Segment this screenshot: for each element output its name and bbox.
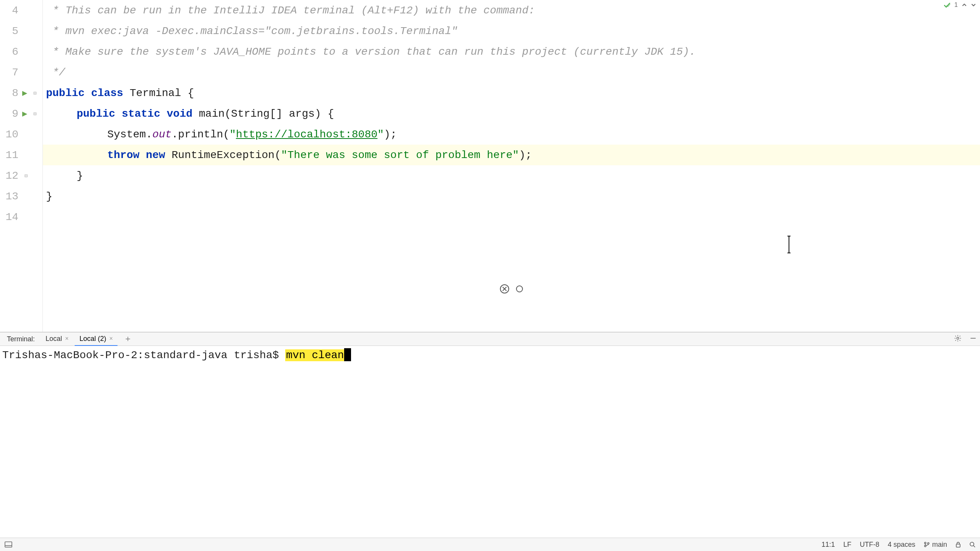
token-plain: } (77, 170, 83, 182)
minimize-icon[interactable] (966, 334, 980, 344)
code-line[interactable]: public class Terminal { (43, 83, 980, 103)
terminal-tab-local-2[interactable]: Local (2) × (75, 332, 117, 346)
close-icon[interactable] (500, 284, 509, 293)
token-plain (115, 108, 122, 120)
token-str: " (377, 129, 384, 140)
line-number: 4 (3, 5, 18, 16)
svg-rect-2 (5, 542, 12, 547)
token-ident: Terminal (130, 87, 181, 99)
chevron-up-icon[interactable] (962, 2, 967, 8)
comment-text: * This can be run in the IntelliJ IDEA t… (46, 5, 535, 16)
code-line[interactable]: * This can be run in the IntelliJ IDEA t… (43, 0, 980, 21)
gutter-line[interactable]: 10 (0, 124, 42, 145)
comment-text: * Make sure the system's JAVA_HOME point… (46, 46, 696, 58)
status-encoding[interactable]: UTF-8 (860, 541, 879, 549)
line-number: 10 (3, 129, 18, 140)
terminal-body[interactable]: Trishas-MacBook-Pro-2:standard-java tris… (0, 346, 980, 538)
line-number: 6 (3, 46, 18, 58)
branch-icon (924, 541, 930, 548)
run-gutter-icon[interactable]: ▶ (22, 109, 27, 119)
gutter-line[interactable]: 4 (0, 0, 42, 21)
terminal-panel: Terminal: Local × Local (2) × ＋ Trishas-… (0, 332, 980, 538)
code-line[interactable]: } (43, 186, 980, 207)
status-line-separator[interactable]: LF (843, 541, 851, 549)
token-plain: { (181, 87, 194, 99)
status-indent[interactable]: 4 spaces (888, 541, 915, 549)
token-kw: new (146, 149, 165, 161)
token-field: out (152, 129, 172, 140)
fold-toggle-icon[interactable]: ⊟ (32, 90, 38, 96)
code-line[interactable]: throw new RuntimeException("There was so… (43, 145, 980, 165)
line-number: 12 (3, 170, 18, 182)
token-kw: void (167, 108, 193, 120)
line-number: 5 (3, 25, 18, 37)
page-dot-icon[interactable] (516, 285, 523, 292)
status-search-icon[interactable] (969, 541, 975, 548)
editor-code[interactable]: * This can be run in the IntelliJ IDEA t… (43, 0, 980, 332)
gutter-line[interactable]: 12⊟ (0, 165, 42, 186)
status-branch-name: main (932, 541, 947, 549)
plus-icon: ＋ (124, 333, 132, 344)
svg-line-9 (973, 546, 975, 547)
token-plain: .println( (172, 129, 229, 140)
fold-toggle-icon[interactable]: ⊟ (23, 173, 29, 179)
gutter-line[interactable]: 14 (0, 207, 42, 227)
close-icon[interactable]: × (65, 335, 69, 342)
code-line[interactable]: */ (43, 62, 980, 83)
terminal-tab-label: Local (2) (79, 335, 106, 343)
token-url: https://localhost:8080 (236, 129, 377, 140)
code-line[interactable] (43, 207, 980, 227)
terminal-toolwindow-title: Terminal: (2, 335, 39, 343)
tool-windows-toggle-icon[interactable] (5, 541, 12, 548)
line-number: 9 (3, 108, 18, 120)
status-caret-position[interactable]: 11:1 (822, 541, 835, 549)
status-git-branch[interactable]: main (924, 541, 947, 549)
code-line[interactable]: * Make sure the system's JAVA_HOME point… (43, 41, 980, 62)
comment-text: */ (46, 67, 65, 78)
token-str: "There was some sort of problem here" (281, 149, 519, 161)
gutter-line[interactable]: 9▶⊟ (0, 103, 42, 124)
token-kw: throw (107, 149, 139, 161)
editor-pane: 45678▶⊟9▶⊟101112⊟1314 * This can be run … (0, 0, 980, 332)
gutter-line[interactable]: 11 (0, 145, 42, 165)
gutter-line[interactable]: 13 (0, 186, 42, 207)
token-plain (193, 108, 199, 120)
add-terminal-tab[interactable]: ＋ (119, 332, 137, 346)
token-plain (123, 87, 130, 99)
status-lock-icon[interactable] (956, 541, 961, 548)
svg-point-5 (924, 545, 926, 547)
line-number: 8 (3, 87, 18, 99)
gutter-line[interactable]: 6 (0, 41, 42, 62)
code-line[interactable]: } (43, 165, 980, 186)
close-icon[interactable]: × (109, 335, 113, 342)
terminal-tab-local[interactable]: Local × (41, 332, 73, 346)
terminal-cursor (344, 348, 351, 361)
code-line[interactable]: System.out.println("https://localhost:80… (43, 124, 980, 145)
svg-point-4 (924, 542, 926, 544)
svg-point-6 (928, 543, 929, 544)
code-line[interactable]: * mvn exec:java -Dexec.mainClass="com.je… (43, 21, 980, 41)
fold-toggle-icon[interactable]: ⊟ (32, 111, 38, 117)
gear-icon[interactable] (951, 334, 965, 344)
text-caret-icon (789, 236, 789, 253)
token-kw: public (77, 108, 115, 120)
code-line[interactable]: public static void main(String[] args) { (43, 103, 980, 124)
token-str: " (230, 129, 236, 140)
token-kw: static (122, 108, 160, 120)
token-plain: ); (384, 129, 397, 140)
line-number: 11 (3, 149, 18, 161)
editor-gutter[interactable]: 45678▶⊟9▶⊟101112⊟1314 (0, 0, 43, 332)
comment-text: * mvn exec:java -Dexec.mainClass="com.je… (46, 25, 457, 37)
chevron-down-icon[interactable] (971, 2, 976, 8)
checkmark-icon (944, 2, 951, 8)
gutter-line[interactable]: 7 (0, 62, 42, 83)
run-gutter-icon[interactable]: ▶ (22, 88, 27, 98)
inspections-widget[interactable]: 1 (944, 2, 976, 8)
line-number: 14 (3, 211, 18, 223)
gutter-line[interactable]: 5 (0, 21, 42, 41)
line-number: 13 (3, 191, 18, 202)
gutter-line[interactable]: 8▶⊟ (0, 83, 42, 103)
token-plain: . (146, 129, 152, 140)
token-plain (85, 87, 91, 99)
token-ident: System (107, 129, 146, 140)
